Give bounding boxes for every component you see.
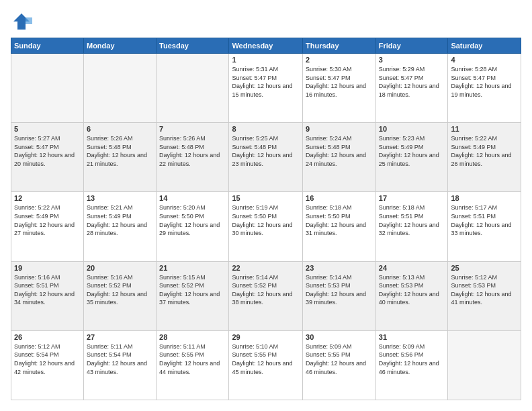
day-info: Sunrise: 5:22 AM Sunset: 5:49 PM Dayligh… [14,203,81,237]
day-number: 19 [14,264,81,272]
day-info: Sunrise: 5:18 AM Sunset: 5:51 PM Dayligh… [379,203,445,237]
day-number: 20 [87,264,153,272]
day-cell: 1Sunrise: 5:31 AM Sunset: 5:47 PM Daylig… [229,54,303,123]
day-cell: 13Sunrise: 5:21 AM Sunset: 5:49 PM Dayli… [83,192,156,261]
header [11,11,521,32]
day-info: Sunrise: 5:12 AM Sunset: 5:53 PM Dayligh… [451,273,518,307]
day-cell: 24Sunrise: 5:13 AM Sunset: 5:53 PM Dayli… [375,261,448,330]
day-info: Sunrise: 5:16 AM Sunset: 5:52 PM Dayligh… [87,273,153,307]
day-header-sunday: Sunday [11,38,84,54]
day-number: 30 [306,333,373,341]
day-cell: 7Sunrise: 5:26 AM Sunset: 5:48 PM Daylig… [157,123,229,192]
day-cell: 6Sunrise: 5:26 AM Sunset: 5:48 PM Daylig… [83,123,156,192]
day-cell: 19Sunrise: 5:16 AM Sunset: 5:51 PM Dayli… [11,261,84,330]
day-info: Sunrise: 5:12 AM Sunset: 5:54 PM Dayligh… [14,342,81,376]
day-header-friday: Friday [375,38,448,54]
day-number: 9 [306,125,373,133]
week-row-2: 5Sunrise: 5:27 AM Sunset: 5:47 PM Daylig… [11,123,521,192]
day-cell: 29Sunrise: 5:10 AM Sunset: 5:55 PM Dayli… [229,330,303,400]
day-info: Sunrise: 5:30 AM Sunset: 5:47 PM Dayligh… [306,65,373,99]
day-cell: 31Sunrise: 5:09 AM Sunset: 5:56 PM Dayli… [375,330,448,400]
day-number: 25 [451,264,518,272]
day-cell: 2Sunrise: 5:30 AM Sunset: 5:47 PM Daylig… [303,54,376,123]
header-row: SundayMondayTuesdayWednesdayThursdayFrid… [11,38,521,54]
day-cell: 10Sunrise: 5:23 AM Sunset: 5:49 PM Dayli… [375,123,448,192]
day-number: 28 [159,333,226,341]
day-info: Sunrise: 5:21 AM Sunset: 5:49 PM Dayligh… [87,203,153,237]
day-number: 29 [232,333,300,341]
day-cell: 23Sunrise: 5:14 AM Sunset: 5:53 PM Dayli… [303,261,376,330]
day-cell: 20Sunrise: 5:16 AM Sunset: 5:52 PM Dayli… [83,261,156,330]
day-number: 22 [232,264,300,272]
day-cell: 11Sunrise: 5:22 AM Sunset: 5:49 PM Dayli… [448,123,521,192]
day-cell: 25Sunrise: 5:12 AM Sunset: 5:53 PM Dayli… [448,261,521,330]
day-info: Sunrise: 5:11 AM Sunset: 5:54 PM Dayligh… [87,342,153,376]
day-cell: 27Sunrise: 5:11 AM Sunset: 5:54 PM Dayli… [83,330,156,400]
week-row-4: 19Sunrise: 5:16 AM Sunset: 5:51 PM Dayli… [11,261,521,330]
day-number: 3 [379,56,445,64]
day-number: 21 [159,264,226,272]
day-cell: 16Sunrise: 5:18 AM Sunset: 5:50 PM Dayli… [303,192,376,261]
day-number: 24 [379,264,445,272]
day-cell: 8Sunrise: 5:25 AM Sunset: 5:48 PM Daylig… [229,123,303,192]
day-number: 27 [87,333,153,341]
day-cell [83,54,156,123]
day-number: 14 [159,194,226,202]
day-number: 6 [87,125,153,133]
day-cell: 22Sunrise: 5:14 AM Sunset: 5:52 PM Dayli… [229,261,303,330]
day-info: Sunrise: 5:14 AM Sunset: 5:52 PM Dayligh… [232,273,300,307]
day-info: Sunrise: 5:20 AM Sunset: 5:50 PM Dayligh… [159,203,226,237]
day-info: Sunrise: 5:19 AM Sunset: 5:50 PM Dayligh… [232,203,300,237]
page: SundayMondayTuesdayWednesdayThursdayFrid… [0,0,532,411]
day-info: Sunrise: 5:16 AM Sunset: 5:51 PM Dayligh… [14,273,81,307]
day-cell: 3Sunrise: 5:29 AM Sunset: 5:47 PM Daylig… [375,54,448,123]
day-info: Sunrise: 5:29 AM Sunset: 5:47 PM Dayligh… [379,65,445,99]
day-number: 17 [379,194,445,202]
day-info: Sunrise: 5:24 AM Sunset: 5:48 PM Dayligh… [306,134,373,168]
logo [11,11,35,32]
day-info: Sunrise: 5:15 AM Sunset: 5:52 PM Dayligh… [159,273,226,307]
day-info: Sunrise: 5:14 AM Sunset: 5:53 PM Dayligh… [306,273,373,307]
day-cell: 17Sunrise: 5:18 AM Sunset: 5:51 PM Dayli… [375,192,448,261]
day-info: Sunrise: 5:27 AM Sunset: 5:47 PM Dayligh… [14,134,81,168]
logo-icon [11,11,32,32]
day-cell: 30Sunrise: 5:09 AM Sunset: 5:55 PM Dayli… [303,330,376,400]
day-number: 12 [14,194,81,202]
day-number: 11 [451,125,518,133]
day-cell: 26Sunrise: 5:12 AM Sunset: 5:54 PM Dayli… [11,330,84,400]
day-info: Sunrise: 5:09 AM Sunset: 5:55 PM Dayligh… [306,342,373,376]
day-info: Sunrise: 5:17 AM Sunset: 5:51 PM Dayligh… [451,203,518,237]
day-cell [157,54,229,123]
week-row-3: 12Sunrise: 5:22 AM Sunset: 5:49 PM Dayli… [11,192,521,261]
day-number: 4 [451,56,518,64]
day-number: 18 [451,194,518,202]
day-cell: 21Sunrise: 5:15 AM Sunset: 5:52 PM Dayli… [157,261,229,330]
day-info: Sunrise: 5:28 AM Sunset: 5:47 PM Dayligh… [451,65,518,99]
day-number: 10 [379,125,445,133]
day-header-monday: Monday [83,38,156,54]
day-cell: 15Sunrise: 5:19 AM Sunset: 5:50 PM Dayli… [229,192,303,261]
svg-marker-1 [26,17,32,24]
day-number: 2 [306,56,373,64]
day-number: 5 [14,125,81,133]
day-cell: 14Sunrise: 5:20 AM Sunset: 5:50 PM Dayli… [157,192,229,261]
calendar: SundayMondayTuesdayWednesdayThursdayFrid… [11,38,521,400]
day-cell: 12Sunrise: 5:22 AM Sunset: 5:49 PM Dayli… [11,192,84,261]
day-header-wednesday: Wednesday [229,38,303,54]
day-info: Sunrise: 5:10 AM Sunset: 5:55 PM Dayligh… [232,342,300,376]
day-number: 16 [306,194,373,202]
day-info: Sunrise: 5:31 AM Sunset: 5:47 PM Dayligh… [232,65,300,99]
day-number: 23 [306,264,373,272]
day-number: 8 [232,125,300,133]
day-info: Sunrise: 5:09 AM Sunset: 5:56 PM Dayligh… [379,342,445,376]
day-header-thursday: Thursday [303,38,376,54]
day-number: 13 [87,194,153,202]
day-number: 26 [14,333,81,341]
day-info: Sunrise: 5:26 AM Sunset: 5:48 PM Dayligh… [87,134,153,168]
day-cell: 5Sunrise: 5:27 AM Sunset: 5:47 PM Daylig… [11,123,84,192]
day-info: Sunrise: 5:25 AM Sunset: 5:48 PM Dayligh… [232,134,300,168]
day-number: 31 [379,333,445,341]
day-info: Sunrise: 5:23 AM Sunset: 5:49 PM Dayligh… [379,134,445,168]
day-info: Sunrise: 5:13 AM Sunset: 5:53 PM Dayligh… [379,273,445,307]
day-number: 1 [232,56,300,64]
